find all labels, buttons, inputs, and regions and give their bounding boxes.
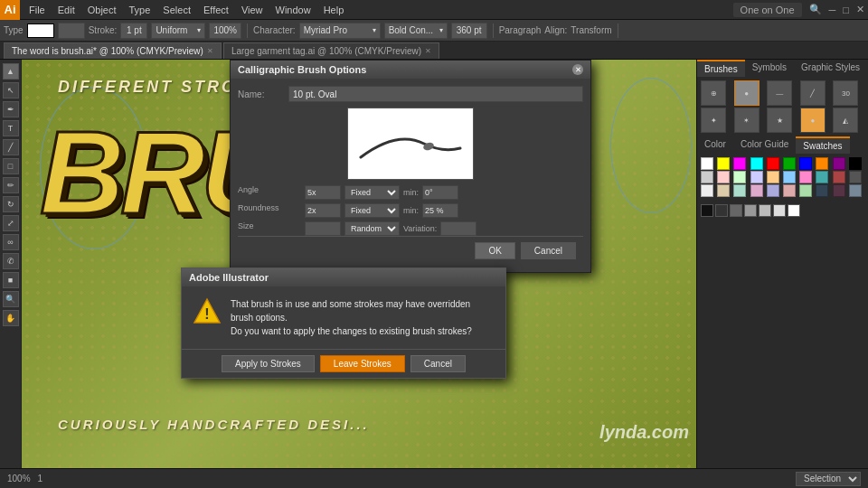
calligraphic-dialog-close[interactable]: ✕ bbox=[572, 64, 583, 75]
swatch-cyan[interactable] bbox=[750, 157, 763, 170]
eyedropper-tool[interactable]: ✆ bbox=[3, 253, 19, 269]
calligraphic-dialog-titlebar[interactable]: Calligraphic Brush Options ✕ bbox=[231, 61, 590, 79]
swatch-21[interactable] bbox=[701, 184, 713, 197]
tab-1-close[interactable]: ✕ bbox=[425, 47, 431, 55]
swatch-magenta[interactable] bbox=[733, 157, 746, 170]
gradient-tool[interactable]: ■ bbox=[3, 272, 19, 288]
swatches-tab[interactable]: Swatches bbox=[796, 136, 849, 154]
swatch-extra-7[interactable] bbox=[788, 204, 800, 217]
swatch-20[interactable] bbox=[849, 171, 862, 183]
confirm-cancel-button[interactable]: Cancel bbox=[410, 355, 466, 372]
brush-item-9[interactable]: ● bbox=[800, 108, 826, 133]
apply-to-strokes-button[interactable]: Apply to Strokes bbox=[222, 355, 315, 372]
symbols-tab[interactable]: Symbols bbox=[745, 60, 794, 77]
leave-strokes-button[interactable]: Leave Strokes bbox=[320, 355, 405, 372]
brushes-tab[interactable]: Brushes bbox=[697, 60, 745, 77]
swatch-27[interactable] bbox=[799, 184, 812, 197]
swatch-extra-1[interactable] bbox=[701, 204, 713, 217]
confirm-dialog-titlebar[interactable]: Adobe Illustrator bbox=[182, 268, 505, 286]
swatch-extra-2[interactable] bbox=[715, 204, 728, 217]
swatch-white[interactable] bbox=[701, 157, 713, 170]
swatch-extra-4[interactable] bbox=[744, 204, 757, 217]
swatch-13[interactable] bbox=[733, 171, 746, 183]
swatch-red[interactable] bbox=[767, 157, 779, 170]
line-tool[interactable]: ╱ bbox=[3, 139, 19, 155]
swatch-22[interactable] bbox=[717, 184, 730, 197]
size-input[interactable] bbox=[305, 221, 341, 236]
scale-tool[interactable]: ⤢ bbox=[3, 215, 19, 231]
swatch-25[interactable] bbox=[767, 184, 779, 197]
brush-item-3[interactable]: — bbox=[767, 80, 792, 106]
swatch-23[interactable] bbox=[733, 184, 746, 197]
opacity-value[interactable]: 100% bbox=[209, 23, 241, 39]
minimize-button[interactable]: ─ bbox=[829, 5, 836, 15]
zoom-tool[interactable]: 🔍 bbox=[3, 291, 19, 307]
brush-item-7[interactable]: ✶ bbox=[734, 108, 760, 133]
swatch-blue[interactable] bbox=[799, 157, 812, 170]
close-button[interactable]: ✕ bbox=[856, 4, 864, 15]
stroke-value[interactable]: 1 pt bbox=[120, 23, 147, 39]
stroke-swatch[interactable] bbox=[58, 23, 85, 39]
swatch-extra-3[interactable] bbox=[730, 204, 742, 217]
menu-edit[interactable]: Edit bbox=[52, 3, 80, 17]
menu-window[interactable]: Window bbox=[270, 3, 316, 17]
menu-select[interactable]: Select bbox=[157, 3, 196, 17]
variation-input[interactable]: 10 pt. bbox=[440, 221, 476, 236]
roundness-min-input[interactable] bbox=[422, 203, 458, 218]
swatch-18[interactable] bbox=[816, 171, 828, 183]
selection-tool[interactable]: ▲ bbox=[3, 63, 19, 80]
swatch-extra-6[interactable] bbox=[773, 204, 786, 217]
swatch-15[interactable] bbox=[767, 171, 779, 183]
menu-effect[interactable]: Effect bbox=[198, 3, 234, 17]
angle-dropdown[interactable]: FixedRandom bbox=[344, 185, 400, 200]
swatch-11[interactable] bbox=[701, 171, 713, 183]
shape-tool[interactable]: □ bbox=[3, 158, 19, 174]
swatch-19[interactable] bbox=[833, 171, 845, 183]
size-dropdown[interactable]: RandomFixed bbox=[344, 221, 400, 236]
maximize-button[interactable]: □ bbox=[843, 5, 849, 15]
ok-button[interactable]: OK bbox=[475, 242, 514, 259]
menu-view[interactable]: View bbox=[236, 3, 269, 17]
brush-item-4[interactable]: ╱ bbox=[800, 80, 826, 106]
name-input[interactable] bbox=[288, 86, 583, 102]
swatch-29[interactable] bbox=[833, 184, 845, 197]
font-size-input[interactable]: 360 pt bbox=[451, 23, 487, 39]
swatch-black[interactable] bbox=[849, 157, 862, 170]
swatch-24[interactable] bbox=[750, 184, 763, 197]
tab-0-close[interactable]: ✕ bbox=[207, 47, 213, 55]
swatch-yellow[interactable] bbox=[717, 157, 730, 170]
search-icon[interactable]: 🔍 bbox=[809, 4, 822, 15]
type-tool[interactable]: T bbox=[3, 120, 19, 136]
roundness-input[interactable] bbox=[305, 203, 341, 218]
color-guide-tab[interactable]: Color Guide bbox=[733, 136, 796, 154]
cancel-button[interactable]: Cancel bbox=[521, 242, 576, 259]
swatch-28[interactable] bbox=[816, 184, 828, 197]
brush-item-1[interactable]: ⊕ bbox=[701, 80, 726, 106]
menu-object[interactable]: Object bbox=[82, 3, 122, 17]
one-on-one-dropdown[interactable]: One on One bbox=[733, 3, 802, 17]
fill-swatch[interactable] bbox=[27, 23, 54, 38]
roundness-dropdown[interactable]: FixedRandom bbox=[344, 203, 400, 218]
tab-0[interactable]: The word is brush.ai* @ 100% (CMYK/Previ… bbox=[4, 42, 222, 59]
font-style-dropdown[interactable]: Bold Con... bbox=[384, 23, 448, 39]
menu-file[interactable]: File bbox=[24, 3, 51, 17]
graphic-styles-tab[interactable]: Graphic Styles bbox=[794, 60, 867, 77]
swatch-14[interactable] bbox=[750, 171, 763, 183]
swatch-green[interactable] bbox=[783, 157, 796, 170]
menu-help[interactable]: Help bbox=[318, 3, 350, 17]
tool-dropdown[interactable]: Selection bbox=[796, 472, 861, 486]
brush-item-5[interactable]: 30 bbox=[833, 80, 858, 106]
uniform-dropdown[interactable]: Uniform bbox=[151, 23, 205, 39]
swatch-orange[interactable] bbox=[816, 157, 828, 170]
swatch-purple[interactable] bbox=[833, 157, 845, 170]
brush-item-6[interactable]: ✦ bbox=[701, 108, 726, 133]
tab-1[interactable]: Large garment tag.ai @ 100% (CMYK/Previe… bbox=[223, 42, 439, 59]
swatch-16[interactable] bbox=[783, 171, 796, 183]
blend-tool[interactable]: ∞ bbox=[3, 234, 19, 250]
brush-item-2[interactable]: ● bbox=[734, 80, 760, 106]
direct-selection-tool[interactable]: ↖ bbox=[3, 82, 19, 99]
swatch-17[interactable] bbox=[799, 171, 812, 183]
swatch-30[interactable] bbox=[849, 184, 862, 197]
brush-tool[interactable]: ✏ bbox=[3, 177, 19, 193]
pen-tool[interactable]: ✒ bbox=[3, 101, 19, 117]
